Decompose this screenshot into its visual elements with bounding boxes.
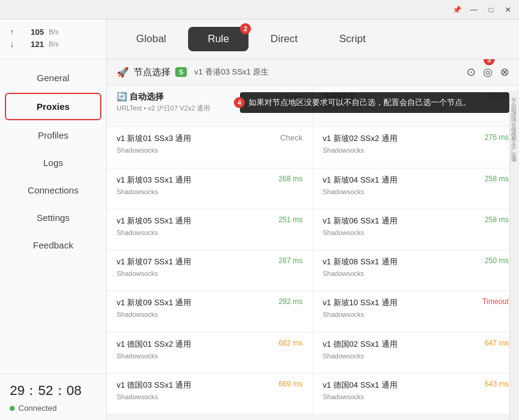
proxy-item-auto-select[interactable]: 🔄 自动选择 Check URLTest • v2 沪日07 V2x2 通用 bbox=[107, 85, 313, 127]
sidebar-item-logs[interactable]: Logs bbox=[0, 149, 106, 176]
proxy-type: Shadowsocks bbox=[117, 147, 303, 154]
group-tag: S bbox=[175, 67, 187, 77]
proxy-latency: 258 ms bbox=[485, 175, 509, 183]
proxy-type: Shadowsocks bbox=[117, 393, 303, 400]
proxy-header: v1 新坡08 SSx1 通用 250 ms bbox=[323, 256, 509, 267]
tab-global[interactable]: Global bbox=[117, 27, 186, 51]
sidebar-item-settings[interactable]: Settings bbox=[0, 204, 106, 231]
proxy-type: Shadowsocks bbox=[323, 188, 509, 195]
auto-select-header: 🔄 自动选择 Check bbox=[117, 92, 303, 103]
direct-sub: Direct · UDP bbox=[323, 103, 509, 110]
rule-badge: 2 bbox=[240, 23, 251, 34]
list-item[interactable]: v1 德国01 SSx2 通用 682 ms Shadowsocks bbox=[107, 333, 313, 374]
proxy-type: Shadowsocks bbox=[117, 270, 303, 277]
status-label: Connected bbox=[18, 404, 57, 413]
proxy-header: v1 新坡04 SSx1 通用 258 ms bbox=[323, 175, 509, 186]
check-button[interactable]: Check bbox=[280, 133, 303, 142]
right-label[interactable]: 苹 bbox=[510, 130, 519, 135]
sidebar-item-feedback[interactable]: Feedback bbox=[0, 231, 106, 259]
proxy-type: Shadowsocks bbox=[323, 393, 509, 400]
proxy-header: v1 新坡06 SSx1 通用 258 ms bbox=[323, 215, 509, 226]
sidebar-item-proxies[interactable]: Proxies bbox=[5, 93, 101, 120]
proxy-latency: 647 ms bbox=[485, 339, 509, 347]
list-item[interactable]: v1 德国02 SSx1 通用 647 ms Shadowsocks bbox=[313, 333, 520, 374]
proxy-type: Shadowsocks bbox=[117, 311, 303, 318]
proxy-header: v1 德国03 SSx1 通用 669 ms bbox=[117, 380, 303, 391]
list-item[interactable]: v1 新坡02 SSx2 通用 276 ms Shadowsocks bbox=[313, 127, 520, 168]
list-item[interactable]: v1 德国04 SSx1 通用 643 ms Shadowsocks bbox=[313, 374, 520, 415]
pin-button[interactable]: 📌 bbox=[451, 4, 463, 16]
proxy-type: Shadowsocks bbox=[117, 229, 303, 236]
proxy-header: v1 新坡01 SSx3 通用 Check bbox=[117, 133, 303, 144]
list-item[interactable]: v1 新坡07 SSx1 通用 287 ms Shadowsocks bbox=[107, 250, 313, 291]
group-header: 🚀 节点选择 S v1 香港03 SSx1 原生 3 ⊙ ◎ ⊗ bbox=[107, 59, 519, 85]
right-label[interactable]: 国 bbox=[510, 110, 519, 115]
proxy-header: v1 新坡10 SSx1 通用 Timeout bbox=[323, 297, 509, 308]
list-item[interactable]: v1 德国03 SSx1 通用 669 ms Shadowsocks bbox=[107, 374, 313, 415]
proxy-item-direct[interactable]: DIRECT Check Direct · UDP bbox=[313, 85, 520, 127]
maximize-button[interactable]: □ bbox=[485, 4, 497, 16]
right-label[interactable]: 微 bbox=[510, 120, 519, 125]
auto-select-name: 🔄 自动选择 bbox=[117, 92, 164, 103]
url-test-label: URLTest bbox=[117, 104, 142, 112]
auto-check-button[interactable]: Check bbox=[280, 93, 303, 102]
download-speed: 121 bbox=[22, 40, 44, 49]
proxy-header: v1 新坡05 SSx1 通用 251 ms bbox=[117, 215, 303, 226]
close-button[interactable]: ✕ bbox=[502, 4, 514, 16]
proxy-latency: 250 ms bbox=[485, 256, 509, 265]
status-dot-icon bbox=[10, 406, 15, 411]
proxy-type: Shadowsocks bbox=[117, 188, 303, 195]
proxy-latency: Timeout bbox=[482, 297, 509, 306]
proxy-name: v1 德国02 SSx1 通用 bbox=[323, 339, 397, 350]
tab-script[interactable]: Script bbox=[320, 27, 385, 51]
proxy-type: Shadowsocks bbox=[117, 352, 303, 360]
upload-unit: B/s bbox=[49, 28, 59, 35]
list-item[interactable]: v1 新坡04 SSx1 通用 258 ms Shadowsocks bbox=[313, 168, 520, 209]
right-label[interactable]: 谷 bbox=[510, 115, 519, 120]
list-item[interactable]: v1 新坡05 SSx1 通用 251 ms Shadowsocks bbox=[107, 209, 313, 250]
proxy-name: v1 新坡06 SSx1 通用 bbox=[323, 215, 397, 226]
main-layout: ↑ 105 B/s ↓ 121 B/s General Proxies Prof… bbox=[0, 20, 519, 420]
group-selected-proxy: v1 香港03 SSx1 原生 bbox=[194, 67, 269, 78]
list-item[interactable]: v1 新坡01 SSx3 通用 Check Shadowsocks bbox=[107, 127, 313, 168]
list-item[interactable]: v1 新坡09 SSx1 通用 292 ms Shadowsocks bbox=[107, 291, 313, 332]
filter-icon[interactable]: ◎ bbox=[483, 65, 493, 79]
proxy-name: v1 新坡03 SSx1 通用 bbox=[117, 175, 191, 186]
right-label[interactable]: 哔 bbox=[510, 106, 519, 110]
proxy-latency: 292 ms bbox=[278, 297, 302, 306]
direct-check-button[interactable]: Check bbox=[486, 92, 509, 101]
minimize-button[interactable]: — bbox=[468, 4, 480, 16]
proxy-name: v1 新坡07 SSx1 通用 bbox=[117, 256, 191, 267]
right-label[interactable]: 电 bbox=[510, 101, 519, 106]
nav-items: General Proxies Profiles Logs Connection… bbox=[0, 59, 106, 374]
right-label[interactable]: 广 bbox=[510, 140, 519, 145]
right-label[interactable]: 应 bbox=[510, 145, 519, 150]
tab-rule[interactable]: Rule 2 bbox=[188, 27, 249, 51]
proxy-type: Shadowsocks bbox=[323, 147, 509, 154]
list-item[interactable]: v1 新坡08 SSx1 通用 250 ms Shadowsocks bbox=[313, 250, 520, 291]
proxy-name: v1 新坡10 SSx1 通用 bbox=[323, 297, 397, 308]
tab-direct[interactable]: Direct bbox=[251, 27, 317, 51]
list-item[interactable]: v1 新坡06 SSx1 通用 258 ms Shadowsocks bbox=[313, 209, 520, 250]
proxy-name: v1 新坡04 SSx1 通用 bbox=[323, 175, 397, 186]
list-item[interactable]: v1 新坡03 SSx1 通用 268 ms Shadowsocks bbox=[107, 168, 313, 209]
sidebar-item-general[interactable]: General bbox=[0, 64, 106, 92]
main-panel: Global Rule 2 Direct Script 🚀 节点选择 S v1 … bbox=[107, 20, 519, 420]
right-label[interactable]: 节 bbox=[510, 91, 519, 96]
settings-icon[interactable]: ⊗ bbox=[500, 65, 509, 79]
proxy-header: v1 德国02 SSx1 通用 647 ms bbox=[323, 339, 509, 350]
sidebar-item-profiles[interactable]: Profiles bbox=[0, 121, 106, 149]
auto-select-detail: URLTest • v2 沪日07 V2x2 通用 bbox=[117, 104, 303, 113]
titlebar: 📌 — □ ✕ bbox=[0, 0, 519, 20]
right-label[interactable]: 漏 bbox=[510, 150, 519, 154]
auto-location: v2 沪日07 V2x2 通用 bbox=[148, 104, 210, 112]
group-badge: 3 bbox=[484, 59, 495, 65]
right-label[interactable]: 自 bbox=[510, 96, 519, 101]
list-item[interactable]: v1 新坡10 SSx1 通用 Timeout Shadowsocks bbox=[313, 291, 520, 332]
direct-type: Direct bbox=[323, 103, 341, 110]
right-label[interactable]: 微 bbox=[510, 125, 519, 130]
sidebar-item-connections[interactable]: Connections bbox=[0, 176, 106, 204]
proxy-header: v1 新坡09 SSx1 通用 292 ms bbox=[117, 297, 303, 308]
speed-test-icon[interactable]: ⊙ bbox=[466, 65, 476, 79]
right-label[interactable]: 全 bbox=[510, 135, 519, 140]
